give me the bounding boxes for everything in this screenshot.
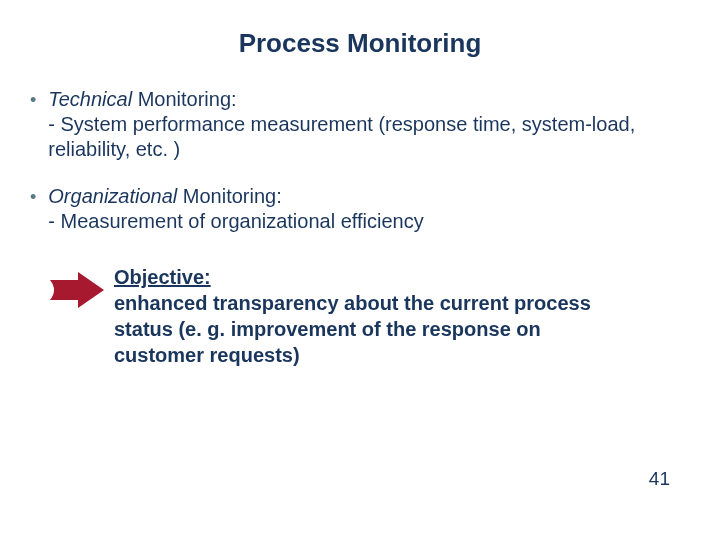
bullet-text: Organizational Monitoring: - Measurement… — [48, 184, 423, 234]
bullet-heading: Technical — [48, 88, 132, 110]
bullet-body-text: - System performance measurement (respon… — [48, 113, 635, 160]
arrow-icon — [48, 270, 114, 310]
bullet-icon: • — [30, 185, 36, 209]
content-area: • Technical Monitoring: - System perform… — [0, 87, 720, 368]
objective-body: enhanced transparency about the current … — [114, 292, 591, 366]
bullet-heading: Organizational — [48, 185, 177, 207]
bullet-item: • Organizational Monitoring: - Measureme… — [30, 184, 680, 234]
bullet-icon: • — [30, 88, 36, 112]
objective-text: Objective: enhanced transparency about t… — [114, 264, 634, 368]
bullet-item: • Technical Monitoring: - System perform… — [30, 87, 680, 162]
bullet-heading-suffix: Monitoring: — [132, 88, 237, 110]
objective-block: Objective: enhanced transparency about t… — [30, 264, 680, 368]
bullet-body-text: - Measurement of organizational efficien… — [48, 210, 423, 232]
page-number: 41 — [649, 468, 670, 490]
bullet-text: Technical Monitoring: - System performan… — [48, 87, 680, 162]
page-title: Process Monitoring — [0, 0, 720, 87]
bullet-heading-suffix: Monitoring: — [177, 185, 282, 207]
slide: Process Monitoring • Technical Monitorin… — [0, 0, 720, 540]
objective-label: Objective: — [114, 266, 211, 288]
